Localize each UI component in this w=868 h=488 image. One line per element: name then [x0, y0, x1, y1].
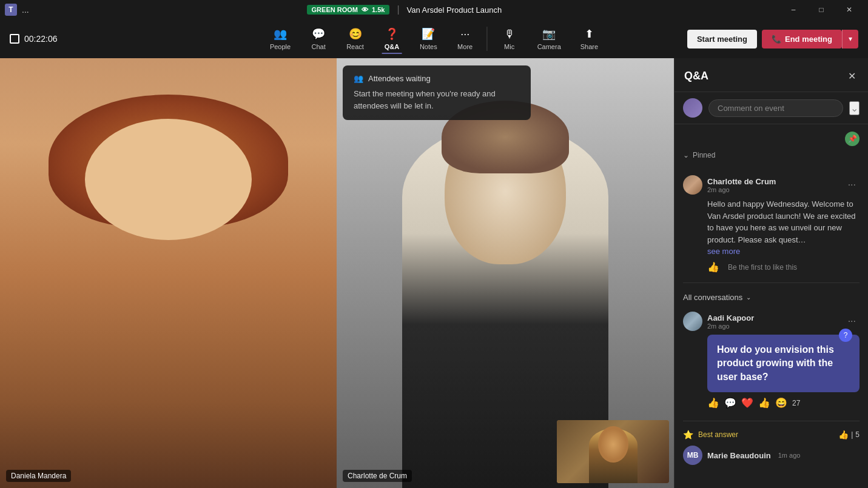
end-meeting-label: End meeting: [785, 35, 832, 44]
attendees-icon: 👥: [354, 74, 363, 83]
more-button[interactable]: ··· More: [448, 24, 482, 54]
question-badge-icon: ?: [839, 329, 852, 342]
video-left: Daniela Mandera: [0, 58, 337, 488]
maximize-button[interactable]: □: [807, 0, 835, 19]
question-bubble: ? How do you envision this product growi…: [707, 335, 860, 392]
end-meeting-chevron[interactable]: ▾: [842, 30, 858, 48]
reaction-bar: 👍 💬 ❤️ 👍 😄 27: [707, 397, 860, 411]
notes-button[interactable]: 📝 Notes: [411, 24, 446, 54]
heart-reaction-button[interactable]: ❤️: [741, 397, 753, 409]
like-text-charlotte: Be the first to like this: [728, 263, 797, 272]
close-button[interactable]: ✕: [835, 0, 863, 19]
timer-icon: [10, 34, 19, 44]
more-label: More: [457, 43, 473, 50]
charlotte-actions: 👍 Be the first to like this: [707, 261, 860, 273]
comment-placeholder: Comment on event: [718, 104, 784, 113]
chat-label: Chat: [312, 43, 326, 50]
end-meeting-button[interactable]: 📞 End meeting: [762, 30, 842, 48]
mic-button[interactable]: 🎙 Mic: [493, 24, 527, 54]
video-right: 👥 Attendees waiting Start the meeting wh…: [337, 58, 674, 488]
best-answer-likes: 👍 | 5: [838, 430, 860, 440]
titlebar: T ... GREEN ROOM 👁 1.5k | Van Arsdel Pro…: [0, 0, 868, 19]
reaction-count: 27: [792, 399, 800, 407]
notes-icon: 📝: [422, 27, 435, 41]
qna-panel: Q&A ✕ Comment on event ⌄ 📌 ⌄ Pinned: [674, 58, 868, 488]
charlotte-message-header: Charlotte de Crum 2m ago ···: [683, 175, 860, 195]
popup-body-text: Start the meeting when you're ready and …: [354, 88, 520, 112]
best-answer-row: ⭐ Best answer 👍 | 5: [675, 426, 868, 443]
minimize-button[interactable]: –: [779, 0, 807, 19]
notes-label: Notes: [420, 43, 437, 50]
chat-button[interactable]: 💬 Chat: [301, 24, 335, 54]
charlotte-more-button[interactable]: ···: [844, 178, 860, 192]
people-button[interactable]: 👥 People: [261, 24, 299, 54]
share-button[interactable]: ⬆ Share: [572, 24, 607, 54]
toolbar: 00:22:06 👥 People 💬 Chat 😊 React ❓ Q&A 📝…: [0, 19, 868, 58]
thumbsup-reaction-button[interactable]: 👍: [758, 397, 770, 409]
pinned-header: ⌄ Pinned: [683, 151, 860, 159]
grin-reaction-button[interactable]: 😄: [775, 397, 787, 409]
window-controls: – □ ✕: [779, 0, 863, 19]
mic-icon: 🎙: [504, 28, 515, 41]
qna-label: Q&A: [385, 43, 399, 50]
like-reaction-button[interactable]: 👍: [707, 397, 719, 409]
qna-scrollable[interactable]: 📌 ⌄ Pinned Charlotte de Crum 2m ago: [675, 124, 868, 488]
more-options-button[interactable]: ...: [22, 5, 29, 15]
camera-label: Camera: [537, 43, 561, 50]
bottom-user-name: Marie Beaudouin: [707, 451, 771, 460]
chat-icon: 💬: [312, 27, 325, 41]
charlotte-name: Charlotte de Crum: [707, 177, 839, 186]
green-room-badge: GREEN ROOM 👁 1.5k: [307, 5, 390, 15]
pinned-section: ⌄ Pinned: [675, 146, 868, 170]
like-button-charlotte[interactable]: 👍: [707, 261, 719, 273]
all-conversations-text: All conversations: [683, 293, 742, 302]
pinned-chevron-icon: ⌄: [683, 151, 689, 159]
all-conversations-row[interactable]: All conversations ⌄: [675, 288, 868, 307]
view-count: 1.5k: [372, 6, 385, 13]
bottom-user-time: 1m ago: [778, 452, 801, 459]
react-button[interactable]: 😊 React: [338, 24, 372, 54]
more-icon: ···: [460, 28, 469, 41]
comment-input[interactable]: Comment on event: [708, 99, 843, 117]
people-label: People: [270, 43, 291, 50]
popup-header: 👥 Attendees waiting: [354, 74, 520, 83]
toolbar-center: 👥 People 💬 Chat 😊 React ❓ Q&A 📝 Notes ··…: [261, 24, 607, 54]
teams-app-icon: T: [5, 4, 17, 16]
meeting-title: Van Arsdel Product Launch: [407, 5, 502, 15]
start-meeting-button[interactable]: Start meeting: [687, 30, 757, 48]
title-center-area: GREEN ROOM 👁 1.5k | Van Arsdel Product L…: [34, 4, 775, 15]
star-icon: ⭐: [683, 430, 693, 440]
attendees-popup: 👥 Attendees waiting Start the meeting wh…: [343, 65, 531, 120]
timer-area: 00:22:06: [10, 34, 58, 44]
ba-separator: |: [851, 430, 853, 439]
phone-icon: 📞: [772, 35, 781, 44]
main-content: Daniela Mandera 👥 Attendees waiting Star…: [0, 58, 868, 488]
aadi-avatar: [683, 312, 702, 331]
charlotte-meta: Charlotte de Crum 2m ago: [707, 177, 839, 193]
see-more-link[interactable]: see more: [707, 247, 740, 256]
comment-options-button[interactable]: ⌄: [849, 101, 860, 115]
aadi-message: Aadi Kapoor 2m ago ··· ? How do you envi…: [675, 307, 868, 416]
comment-reaction-button[interactable]: 💬: [724, 397, 736, 409]
comment-input-area: Comment on event ⌄: [675, 92, 868, 124]
best-answer-label: Best answer: [698, 430, 738, 439]
charlotte-avatar: [683, 175, 702, 195]
qna-close-button[interactable]: ✕: [846, 68, 858, 84]
ba-thumb-icon: 👍: [838, 430, 849, 440]
divider-1: [683, 282, 860, 283]
camera-button[interactable]: 📷 Camera: [529, 24, 570, 54]
react-label: React: [346, 43, 364, 50]
aadi-more-button[interactable]: ···: [844, 315, 860, 328]
aadi-name: Aadi Kapoor: [707, 313, 839, 323]
divider-2: [683, 421, 860, 421]
qna-title: Q&A: [684, 70, 708, 82]
camera-icon: 📷: [542, 27, 556, 41]
title-separator: |: [397, 4, 399, 15]
right-video-name-label: Charlotte de Crum: [343, 470, 412, 482]
aadi-time: 2m ago: [707, 323, 839, 330]
bottom-user-row: MB Marie Beaudouin 1m ago: [675, 443, 868, 467]
charlotte-body: Hello and happy Wednesday. Welcome to Va…: [707, 198, 860, 246]
popup-header-text: Attendees waiting: [368, 74, 431, 83]
aadi-message-header: Aadi Kapoor 2m ago ···: [683, 312, 860, 331]
qna-button[interactable]: ❓ Q&A: [375, 24, 409, 54]
